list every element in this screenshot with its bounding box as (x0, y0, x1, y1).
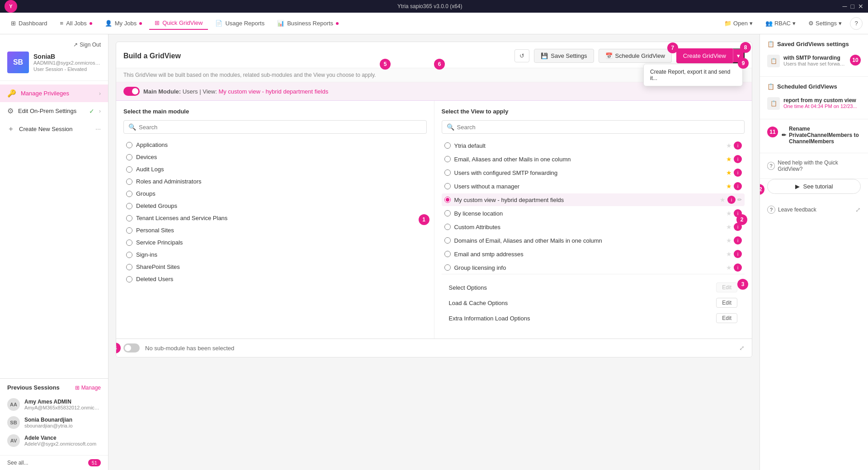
email-aliases-info-icon[interactable]: i (734, 155, 742, 163)
module-roles-radio[interactable] (126, 179, 132, 185)
sidebar-item-manage-privileges[interactable]: 🔑 Manage Privileges › (0, 85, 108, 102)
no-manager-star-icon[interactable]: ★ (726, 183, 732, 190)
view-ytria-default-radio[interactable] (444, 142, 451, 149)
module-service-principals[interactable]: Service Principals (123, 237, 427, 248)
rbac-button[interactable]: 👥 RBAC ▾ (761, 18, 800, 28)
custom-pencil-icon[interactable]: ✏ (737, 197, 742, 203)
ytria-default-info-icon[interactable]: i (734, 141, 742, 150)
session-amy[interactable]: AA Amy Ames ADMIN AmyA@M365x85832012.onm… (7, 395, 101, 414)
nav-dashboard[interactable]: ⊞ Dashboard (5, 17, 53, 29)
view-custom-attributes[interactable]: Custom Attributes ★ i (442, 221, 745, 233)
module-groups[interactable]: Groups (123, 188, 427, 199)
module-applications[interactable]: Applications (123, 139, 427, 150)
module-tenant-licenses[interactable]: Tenant Licenses and Service Plans (123, 212, 427, 224)
sidebar-item-edit-on-prem[interactable]: ⚙ Edit On-Prem Settings ✓ › (0, 102, 108, 120)
module-applications-radio[interactable] (126, 142, 132, 148)
module-devices-radio[interactable] (126, 154, 132, 160)
view-license-radio[interactable] (444, 210, 451, 216)
module-audit-logs[interactable]: Audit Logs (123, 164, 427, 175)
modules-search-input[interactable] (139, 124, 422, 131)
submodule-expand-icon[interactable]: ⤢ (739, 344, 745, 352)
ytria-default-star-icon[interactable]: ★ (726, 142, 732, 149)
email-aliases-star-icon[interactable]: ★ (726, 155, 732, 163)
close-button[interactable]: ✕ (858, 3, 863, 10)
help-button[interactable]: ? (850, 17, 863, 30)
schedule-gridview-button[interactable]: 📅 Schedule GridView (599, 49, 672, 63)
session-adele[interactable]: AV Adele Vance AdeleV@sygx2.onmicrosoft.… (7, 432, 101, 450)
custom-info-icon[interactable]: i (727, 196, 736, 204)
group-licensing-star-icon[interactable]: ★ (726, 264, 732, 271)
modules-search-box[interactable]: 🔍 (123, 120, 427, 134)
module-roles[interactable]: Roles and Administrators (123, 176, 427, 187)
module-sharepoint-radio[interactable] (126, 264, 132, 270)
module-personal-sites[interactable]: Personal Sites (123, 225, 427, 236)
views-search-box[interactable]: 🔍 (442, 120, 745, 134)
view-license-location[interactable]: By license location ★ i (442, 207, 745, 220)
create-gridview-button[interactable]: Create GridView (676, 48, 733, 63)
view-smtp-radio[interactable] (444, 169, 451, 176)
group-licensing-info-icon[interactable]: i (734, 263, 742, 272)
custom-attr-star-icon[interactable]: ★ (726, 223, 732, 230)
views-search-input[interactable] (457, 124, 740, 131)
view-custom-radio[interactable] (444, 197, 451, 203)
module-tenant-licenses-radio[interactable] (126, 215, 132, 221)
module-toggle[interactable] (123, 87, 140, 96)
module-devices[interactable]: Devices (123, 151, 427, 163)
scheduled-custom-view[interactable]: 📋 report from my custom view One time At… (767, 94, 861, 113)
feedback-expand-icon[interactable]: ⤢ (855, 206, 861, 213)
sidebar-item-create-session[interactable]: ＋ Create New Session ⋯ (0, 120, 108, 138)
view-email-smtp-radio[interactable] (444, 251, 451, 257)
license-star-icon[interactable]: ★ (726, 210, 732, 217)
see-all-button[interactable]: See all... 51 (0, 455, 108, 470)
view-no-manager[interactable]: Users without a manager ★ i (442, 180, 745, 193)
module-deleted-groups[interactable]: Deleted Groups (123, 200, 427, 212)
view-group-licensing[interactable]: Group licensing info ★ i (442, 261, 745, 274)
feedback-section[interactable]: ? Leave feedback ⤢ (760, 199, 868, 220)
domains-star-icon[interactable]: ★ (726, 237, 732, 244)
minimize-button[interactable]: ─ (843, 3, 847, 10)
custom-star-icon[interactable]: ★ (720, 196, 726, 203)
nav-all-jobs[interactable]: ≡ All Jobs (55, 17, 98, 29)
view-custom[interactable]: My custom view - hybrid department field… (442, 193, 745, 206)
module-audit-logs-radio[interactable] (126, 166, 132, 173)
manage-sessions-button[interactable]: ⊞ Manage (75, 385, 101, 391)
submodule-toggle[interactable] (123, 343, 140, 352)
view-custom-attr-radio[interactable] (444, 224, 451, 230)
refresh-button[interactable]: ↺ (514, 49, 529, 62)
view-email-aliases[interactable]: Email, Aliases and other Mails in one co… (442, 153, 745, 165)
open-button[interactable]: 📁 Open ▾ (720, 18, 757, 28)
window-controls[interactable]: ─ □ ✕ (843, 3, 863, 10)
module-sign-ins[interactable]: Sign-ins (123, 249, 427, 260)
view-email-aliases-radio[interactable] (444, 156, 451, 162)
restore-button[interactable]: □ (851, 3, 854, 10)
view-ytria-default[interactable]: Ytria default ★ i (442, 139, 745, 152)
module-deleted-users[interactable]: Deleted Users (123, 273, 427, 284)
sign-out-button[interactable]: ↗ Sign Out (7, 42, 101, 48)
email-smtp-star-icon[interactable]: ★ (726, 250, 732, 258)
view-domains-radio[interactable] (444, 237, 451, 244)
domains-info-icon[interactable]: i (734, 236, 742, 244)
saved-gridview-smtp[interactable]: 📋 with SMTP forwarding Users that have s… (767, 52, 861, 70)
module-deleted-users-radio[interactable] (126, 276, 132, 282)
smtp-info-icon[interactable]: i (734, 169, 742, 177)
extra-info-edit-button[interactable]: Edit (716, 313, 737, 323)
view-domains[interactable]: Domains of Email, Aliases and other Mail… (442, 234, 745, 247)
smtp-star-icon[interactable]: ★ (726, 169, 732, 176)
nav-quick-gridview[interactable]: ⊞ Quick GridView (149, 17, 208, 30)
nav-business-reports[interactable]: 📊 Business Reports (272, 17, 344, 29)
no-manager-info-icon[interactable]: i (734, 182, 742, 190)
view-no-manager-radio[interactable] (444, 183, 451, 189)
module-personal-sites-radio[interactable] (126, 227, 132, 234)
email-smtp-info-icon[interactable]: i (734, 250, 742, 258)
save-settings-button[interactable]: 💾 Save Settings (534, 49, 594, 63)
session-sonia[interactable]: SB Sonia Bounardjian sbounardjian@ytria.… (7, 414, 101, 432)
module-deleted-groups-radio[interactable] (126, 203, 132, 209)
view-email-smtp[interactable]: Email and smtp addresses ★ i (442, 248, 745, 260)
nav-my-jobs[interactable]: 👤 My Jobs (99, 17, 147, 29)
settings-button[interactable]: ⚙ Settings ▾ (804, 18, 846, 28)
module-groups-radio[interactable] (126, 191, 132, 197)
view-group-licensing-radio[interactable] (444, 264, 451, 271)
nav-usage-reports[interactable]: 📄 Usage Reports (210, 17, 270, 29)
see-tutorial-button[interactable]: ▶ See tutorial (767, 179, 861, 194)
module-sign-ins-radio[interactable] (126, 252, 132, 258)
